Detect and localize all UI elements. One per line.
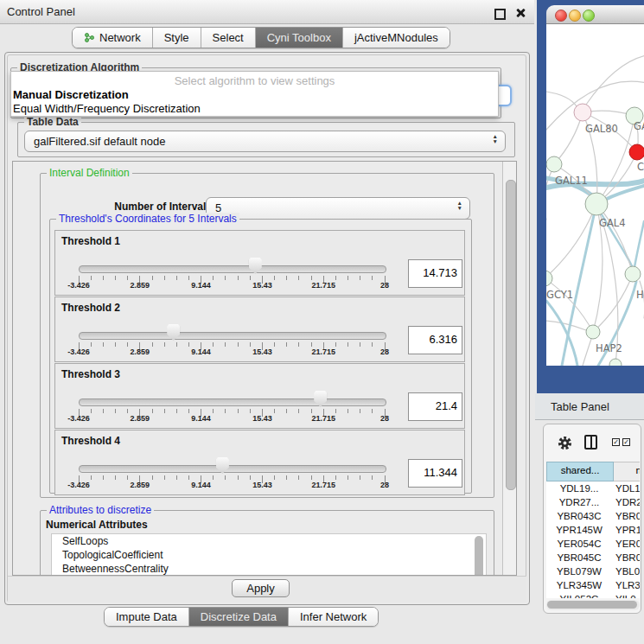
table-row[interactable]: YPR145WYPR1 [546,523,640,537]
network-canvas[interactable]: GAL80GACGAL11GAL4GCY1HHAP2 [546,24,644,366]
threshold-value-field[interactable]: 21.4 [408,392,462,421]
cell-name: YBL0 [612,564,640,578]
slider-tick [188,342,189,347]
tab-impute-data[interactable]: Impute Data [105,608,188,626]
network-node-gal80[interactable] [574,104,591,121]
slider-tick [335,342,336,347]
slider-tick [250,342,251,347]
split-columns-icon[interactable] [584,435,597,450]
slider-tick [103,342,104,347]
threshold-label: Threshold 3 [61,368,120,380]
tab-jactivemnodules-label: jActiveMNodules [354,31,438,44]
slider-tick [360,475,360,480]
tab-style[interactable]: Style [152,28,201,48]
table-row[interactable]: YIL052CYIL0 [546,592,640,598]
network-node-gal11[interactable] [546,156,562,172]
zoom-traffic-light[interactable] [583,10,595,22]
table-row[interactable]: YBR043CYBR0 [546,509,640,523]
tab-select[interactable]: Select [201,28,255,48]
slider-tick [298,409,299,413]
network-node[interactable] [609,359,622,366]
slider-tick-label: 2.859 [119,481,161,489]
dropdown-option-manual[interactable]: Manual Discretization [11,88,498,102]
network-node-gal4[interactable] [585,193,608,215]
threshold-value-field[interactable]: 6.316 [408,326,462,354]
horizontal-scrollbar[interactable] [546,600,640,610]
tab-infer-network[interactable]: Infer Network [288,608,378,626]
table-row[interactable]: YBL079WYBL0 [546,564,640,578]
cyni-mode-tab-bar: Impute DataDiscretize DataInfer Network [104,607,379,627]
threshold-value-field[interactable]: 11.344 [408,459,462,488]
attribute-item-selfloops[interactable]: SelfLoops [52,534,486,548]
tab-impute-data-label: Impute Data [116,610,177,623]
select-columns-icon[interactable]: ✓ ✓ [612,438,630,446]
slider-tick [311,342,312,347]
tab-jactivemnodules[interactable]: jActiveMNodules [342,28,450,48]
slider-tick [188,276,189,280]
threshold-slider-track[interactable] [79,399,386,406]
network-node-h[interactable] [625,266,641,282]
slider-tick [164,276,165,280]
network-window-titlebar[interactable] [546,5,644,24]
gear-icon[interactable] [558,436,572,450]
slider-tick [238,276,239,280]
network-edge [546,321,586,330]
dropdown-option-equal-width[interactable]: Equal Width/Frequency Discretization [11,102,498,116]
slider-tick [91,409,92,413]
attribute-item-betweennesscentrality[interactable]: BetweennessCentrality [52,562,486,575]
slider-tick [115,342,116,347]
threshold-slider-track[interactable] [79,465,386,473]
table-row[interactable]: YDR27...YDR2 [546,495,640,509]
network-node-label: GAL4 [599,217,626,229]
table-panel-title: Table Panel [551,400,609,413]
column-header-shared-name[interactable]: shared... [546,462,614,481]
column-header-name[interactable]: name [614,462,640,481]
tab-network[interactable]: Network [73,28,152,48]
slider-tick [91,342,92,347]
slider-tick [127,342,128,347]
table-row[interactable]: YER054CYER0 [546,537,640,551]
slider-tick [274,475,275,480]
apply-button[interactable]: Apply [232,579,290,597]
minimize-traffic-light[interactable] [569,10,581,22]
cell-name: YLR3 [612,578,640,592]
float-window-icon[interactable] [494,9,506,20]
tab-infer-network-label: Infer Network [300,610,367,623]
table-panel-header: Table Panel [535,393,644,420]
numerical-attributes-label: Numerical Attributes [46,519,148,531]
network-node-c[interactable] [629,144,644,160]
slider-tick [188,475,189,480]
number-of-intervals-spinner[interactable]: 5 ▲▼ [206,197,470,220]
cell-shared-name: YPR145W [546,523,612,537]
settings-viewport: Interval Definition Number of Intervals … [13,162,501,575]
table-row[interactable]: YDL19...YDL1 [546,481,640,495]
horizontal-scrollbar-thumb[interactable] [547,601,637,609]
slider-tick [286,475,287,480]
network-node-label: GAL11 [555,175,588,187]
interval-definition-group: Interval Definition Number of Intervals … [40,173,494,498]
threshold-slider-track[interactable] [79,265,386,273]
close-icon[interactable] [515,8,526,18]
threshold-value-field[interactable]: 14.713 [408,259,462,288]
vertical-scrollbar-thumb[interactable] [506,180,516,490]
table-data-combobox[interactable]: galFiltered.sif default node ▲▼ [24,131,506,152]
list-scrollbar-thumb[interactable] [475,536,483,575]
slider-tick [372,475,373,480]
slider-tick [115,409,116,413]
threshold-slider-track[interactable] [79,332,386,340]
slider-tick [238,475,239,480]
table-row[interactable]: YLR345WYLR3 [546,578,640,592]
slider-tick [360,276,360,280]
tab-cyni-toolbox[interactable]: Cyni Toolbox [255,28,342,48]
network-node-hap2[interactable] [586,325,600,339]
table-row[interactable]: YBR045CYBR0 [546,551,640,564]
vertical-scrollbar[interactable] [502,162,516,575]
tab-discretize-data[interactable]: Discretize Data [188,608,288,626]
network-node-label: H [636,289,644,301]
slider-tick [286,342,287,347]
tab-style-label: Style [164,31,189,44]
close-traffic-light[interactable] [555,10,567,22]
slider-tick [176,342,177,347]
slider-tick [188,409,189,413]
attribute-item-topologicalcoefficient[interactable]: TopologicalCoefficient [52,548,486,562]
